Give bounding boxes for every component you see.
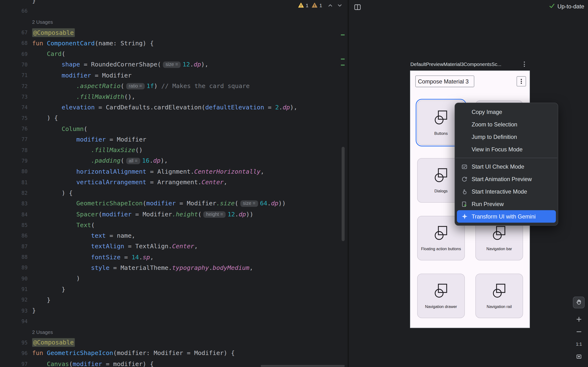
code-line[interactable]: 76 Column(: [0, 123, 347, 134]
split-editor-icon[interactable]: [353, 3, 362, 11]
line-number[interactable]: 94: [0, 318, 28, 324]
line-number[interactable]: 89: [0, 265, 28, 271]
code-line[interactable]: 96fun GeometricShapeIcon(modifier: Modif…: [0, 348, 347, 359]
code-line[interactable]: 73 .fillMaxWidth(),: [0, 92, 347, 102]
code-line[interactable]: 86 text = name,: [0, 230, 347, 241]
vertical-scrollbar[interactable]: [342, 147, 345, 241]
menu-item-view-in-focus-mode[interactable]: View in Focus Mode: [457, 143, 556, 155]
code-line[interactable]: 80 horizontalAlignment = Alignment.Cente…: [0, 166, 347, 177]
code-line[interactable]: 2 Usages: [0, 326, 347, 337]
next-problem-icon[interactable]: [337, 3, 343, 8]
preview-card-navigation-rail[interactable]: Navigation rail: [475, 274, 523, 318]
inlay-hint[interactable]: ratio =: [126, 83, 145, 90]
code-line[interactable]: 75 ) {: [0, 113, 347, 124]
line-number[interactable]: 73: [0, 93, 28, 100]
code-line[interactable]: 78 .fillMaxSize(): [0, 145, 347, 156]
inlay-hint[interactable]: height =: [203, 211, 226, 218]
menu-item-run-preview[interactable]: Run Preview: [457, 198, 556, 210]
code-line[interactable]: 87 textAlign = TextAlign.Center,: [0, 241, 347, 252]
previous-problem-icon[interactable]: [328, 3, 333, 8]
line-number[interactable]: 79: [0, 158, 28, 164]
menu-item-start-animation-preview[interactable]: Start Animation Preview: [457, 173, 556, 185]
line-number[interactable]: 95: [0, 339, 28, 345]
code-line[interactable]: 93}: [0, 305, 347, 316]
line-number[interactable]: 85: [0, 222, 28, 228]
zoom-in-button[interactable]: [574, 315, 584, 324]
code-line[interactable]: 77 modifier = Modifier: [0, 134, 347, 145]
line-number[interactable]: 82: [0, 190, 28, 196]
code-line[interactable]: 74 elevation = CardDefaults.cardElevatio…: [0, 102, 347, 113]
line-number[interactable]: 70: [0, 62, 28, 68]
code-line[interactable]: }: [0, 0, 347, 6]
code-line[interactable]: 85 Text(: [0, 219, 347, 230]
code-line[interactable]: 92 }: [0, 294, 347, 305]
inspections-widget[interactable]: 1 1: [298, 1, 343, 10]
warning-count[interactable]: 1: [306, 2, 308, 8]
line-number[interactable]: 92: [0, 297, 28, 303]
line-number[interactable]: 96: [0, 350, 28, 356]
line-number[interactable]: 84: [0, 211, 28, 217]
code-editor[interactable]: }662 Usages67@Composable68fun ComponentC…: [0, 0, 347, 367]
code-line[interactable]: 82 ) {: [0, 188, 347, 198]
sync-status[interactable]: Up-to-date: [549, 3, 584, 10]
code-line[interactable]: 84 Spacer(modifier = Modifier.height(hei…: [0, 209, 347, 220]
line-number[interactable]: 71: [0, 72, 28, 78]
line-number[interactable]: 72: [0, 83, 28, 89]
code-line[interactable]: 81 verticalArrangement = Arrangement.Cen…: [0, 177, 347, 188]
menu-item-copy-image[interactable]: Copy Image: [457, 106, 556, 118]
line-number[interactable]: 86: [0, 233, 28, 239]
line-number[interactable]: 76: [0, 126, 28, 132]
code-line[interactable]: 89 style = MaterialTheme.typography.body…: [0, 262, 347, 273]
line-number[interactable]: 83: [0, 200, 28, 207]
menu-item-start-ui-check-mode[interactable]: Start UI Check Mode: [457, 160, 556, 173]
line-number[interactable]: 68: [0, 40, 28, 46]
weak-warning-icon[interactable]: [312, 3, 318, 8]
line-number[interactable]: 67: [0, 30, 28, 35]
inlay-hint[interactable]: all =: [126, 158, 140, 164]
code-line[interactable]: 83 GeometricShapeIcon(modifier = Modifie…: [0, 198, 347, 209]
inlay-hint[interactable]: size =: [240, 200, 258, 207]
preview-title[interactable]: DefaultPreviewMaterial3ComponentsSc...: [410, 61, 502, 67]
usages-inlay[interactable]: 2 Usages: [32, 19, 53, 25]
line-number[interactable]: 97: [0, 361, 28, 367]
usages-inlay[interactable]: 2 Usages: [32, 329, 53, 335]
menu-item-start-interactive-mode[interactable]: Start Interactive Mode: [457, 185, 556, 198]
code-line[interactable]: 95@Composable: [0, 337, 347, 348]
warning-icon[interactable]: [298, 3, 304, 8]
weak-warning-count[interactable]: 1: [320, 2, 322, 8]
line-number[interactable]: 80: [0, 168, 28, 174]
line-number[interactable]: 74: [0, 104, 28, 110]
code-line[interactable]: 2 Usages: [0, 17, 347, 27]
line-number[interactable]: 93: [0, 308, 28, 314]
code-line[interactable]: 69 Card(: [0, 49, 347, 59]
line-number[interactable]: 66: [0, 8, 28, 14]
code-line[interactable]: 71 modifier = Modifier: [0, 70, 347, 81]
zoom-actual-size-button[interactable]: 1:1: [574, 339, 584, 349]
line-number[interactable]: 75: [0, 115, 28, 121]
menu-item-jump-to-definition[interactable]: Jump to Definition: [457, 131, 556, 143]
preview-more-icon[interactable]: [521, 61, 527, 67]
zoom-out-button[interactable]: [574, 327, 584, 336]
code-line[interactable]: 94: [0, 316, 347, 327]
code-line[interactable]: 90 ): [0, 273, 347, 284]
line-number[interactable]: 77: [0, 136, 28, 142]
code-line[interactable]: 91 }: [0, 284, 347, 295]
code-line[interactable]: 72 .aspectRatio(ratio =1f) // Makes the …: [0, 81, 347, 92]
zoom-to-fit-button[interactable]: [574, 352, 584, 361]
code-line[interactable]: 68fun ComponentCard(name: String) {: [0, 38, 347, 49]
menu-item-transform-ui-with-gemini[interactable]: Transform UI with Gemini: [457, 210, 556, 223]
line-number[interactable]: 81: [0, 179, 28, 185]
pan-tool-button[interactable]: [573, 297, 585, 309]
line-number[interactable]: 78: [0, 147, 28, 153]
code-line[interactable]: 66: [0, 6, 347, 17]
preview-card-navigation-drawer[interactable]: Navigation drawer: [417, 274, 465, 318]
line-number[interactable]: 91: [0, 286, 28, 292]
line-number[interactable]: 69: [0, 51, 28, 57]
horizontal-scrollbar[interactable]: [261, 365, 345, 367]
inlay-hint[interactable]: size =: [163, 62, 181, 68]
code-line[interactable]: 88 fontSize = 14.sp,: [0, 252, 347, 262]
line-number[interactable]: 88: [0, 254, 28, 260]
code-line[interactable]: 70 shape = RoundedCornerShape(size =12.d…: [0, 59, 347, 70]
line-number[interactable]: 90: [0, 275, 28, 281]
code-line[interactable]: 79 .padding(all =16.dp),: [0, 155, 347, 166]
